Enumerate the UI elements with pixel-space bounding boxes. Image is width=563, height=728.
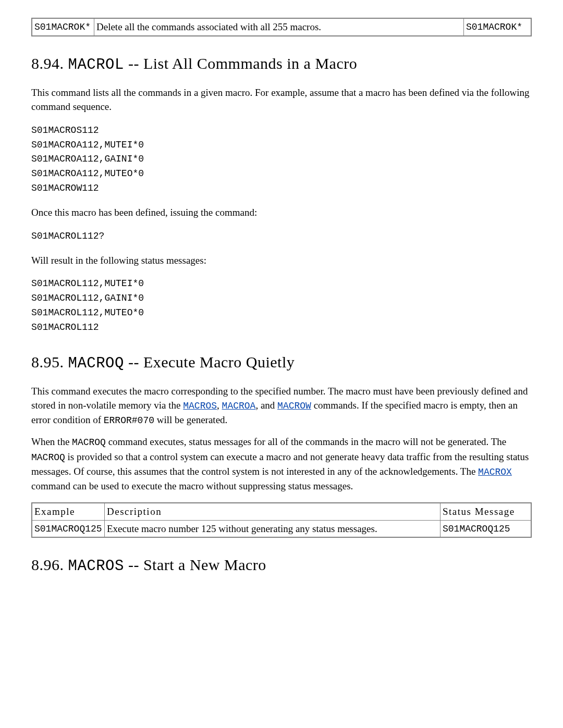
description-cell: Execute macro number 125 without generat… [105, 520, 440, 537]
text: , and [255, 400, 277, 411]
link-macrow[interactable]: MACROW [277, 401, 311, 411]
section-cmd: MACROL [68, 56, 124, 73]
text: command can be used to execute the macro… [31, 480, 353, 491]
text: command executes, status messages for al… [106, 436, 506, 447]
section-heading-macrol: 8.94. MACROL -- List All Commmands in a … [31, 52, 532, 76]
status-cell: S01MACROK* [464, 18, 532, 36]
table-row: S01MACROQ125 Execute macro number 125 wi… [32, 520, 531, 537]
section-heading-macros: 8.96. MACROS -- Start a New Macro [31, 553, 532, 577]
section-number: 8.95. [31, 353, 64, 371]
description-cell: Delete all the commands associated with … [94, 18, 464, 36]
th-description: Description [105, 503, 440, 520]
text: , [217, 400, 222, 411]
status-cell: S01MACROQ125 [440, 520, 532, 537]
section-cmd: MACROQ [68, 355, 124, 372]
table-row: S01MACROK* Delete all the commands assoc… [32, 18, 531, 36]
text: When the [31, 436, 72, 447]
text: is provided so that a control system can… [31, 451, 529, 477]
macrol-p1: This command lists all the commands in a… [31, 85, 532, 114]
macrol-code1: S01MACROS112 S01MACROA112,MUTEI*0 S01MAC… [31, 124, 532, 196]
section-number: 8.94. [31, 55, 64, 72]
macrol-p3: Will result in the following status mess… [31, 253, 532, 268]
macrol-code3: S01MACROL112,MUTEI*0 S01MACROL112,GAINI*… [31, 277, 532, 335]
th-example: Example [32, 503, 105, 520]
macrol-p2: Once this macro has been defined, issuin… [31, 205, 532, 220]
macrok-table-fragment: S01MACROK* Delete all the commands assoc… [31, 18, 532, 36]
section-title-suffix: -- Execute Macro Quietly [124, 353, 295, 371]
macroq-p2: When the MACROQ command executes, status… [31, 435, 532, 493]
error-code: ERROR#070 [104, 415, 154, 426]
section-cmd: MACROS [68, 558, 124, 575]
section-title-suffix: -- Start a New Macro [124, 556, 266, 573]
th-status: Status Message [440, 503, 532, 520]
macroq-table: Example Description Status Message S01MA… [31, 502, 532, 538]
inline-cmd: MACROQ [72, 437, 106, 448]
section-heading-macroq: 8.95. MACROQ -- Execute Macro Quietly [31, 351, 532, 375]
macrol-code2: S01MACROL112? [31, 229, 532, 244]
text: will be generated. [154, 414, 227, 425]
section-number: 8.96. [31, 556, 64, 573]
example-cell: S01MACROK* [32, 18, 94, 36]
section-title-suffix: -- List All Commmands in a Macro [124, 55, 357, 72]
example-cell: S01MACROQ125 [32, 520, 105, 537]
link-macroa[interactable]: MACROA [222, 401, 256, 411]
link-macros[interactable]: MACROS [183, 401, 217, 411]
inline-cmd: MACROQ [31, 452, 65, 463]
macroq-p1: This command executes the macro correspo… [31, 384, 532, 428]
link-macrox[interactable]: MACROX [478, 467, 512, 477]
table-header-row: Example Description Status Message [32, 503, 531, 520]
